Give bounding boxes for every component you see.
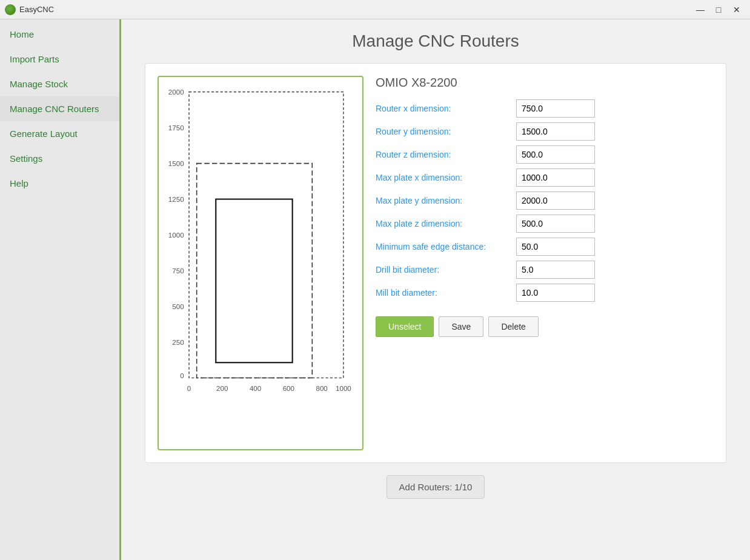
sidebar: Home Import Parts Manage Stock Manage CN… [0, 19, 121, 560]
sidebar-item-settings[interactable]: Settings [0, 146, 119, 171]
label-plate-y: Max plate y dimension: [376, 196, 509, 205]
svg-text:0: 0 [187, 385, 191, 392]
svg-text:800: 800 [316, 385, 327, 392]
input-drill-bit[interactable] [516, 261, 595, 279]
field-row-router-x: Router x dimension: [376, 99, 714, 118]
sidebar-item-generate-layout[interactable]: Generate Layout [0, 121, 119, 146]
label-router-z: Router z dimension: [376, 150, 509, 159]
label-plate-z: Max plate z dimension: [376, 219, 509, 228]
field-row-router-y: Router y dimension: [376, 122, 714, 141]
svg-text:500: 500 [172, 303, 184, 310]
field-row-router-z: Router z dimension: [376, 145, 714, 164]
add-routers-label: Add Routers: [399, 482, 453, 492]
label-router-y: Router y dimension: [376, 127, 509, 136]
title-bar: EasyCNC — □ ✕ [0, 0, 750, 19]
label-drill-bit: Drill bit diameter: [376, 265, 509, 275]
svg-rect-16 [197, 164, 313, 378]
title-bar-controls: — □ ✕ [692, 3, 745, 16]
svg-text:1000: 1000 [336, 385, 351, 392]
page-title: Manage CNC Routers [352, 32, 519, 51]
button-row: Unselect Save Delete [376, 316, 714, 337]
input-router-y[interactable] [516, 122, 595, 141]
label-plate-x: Max plate x dimension: [376, 173, 509, 182]
sidebar-item-manage-stock[interactable]: Manage Stock [0, 72, 119, 96]
minimize-button[interactable]: — [692, 3, 709, 16]
svg-rect-17 [216, 199, 292, 363]
label-safe-edge: Minimum safe edge distance: [376, 242, 509, 252]
add-routers-bar: Add Routers: 1/10 [387, 475, 485, 499]
field-row-plate-z: Max plate z dimension: [376, 215, 714, 233]
app-icon [5, 4, 16, 15]
svg-text:1500: 1500 [168, 160, 184, 167]
svg-text:1750: 1750 [168, 124, 184, 132]
svg-text:250: 250 [172, 339, 184, 346]
input-plate-z[interactable] [516, 215, 595, 233]
input-safe-edge[interactable] [516, 238, 595, 256]
field-row-plate-y: Max plate y dimension: [376, 192, 714, 210]
router-card: 2000 1750 1500 1250 1000 750 500 250 0 0… [145, 63, 726, 463]
svg-text:200: 200 [216, 385, 228, 392]
router-diagram: 2000 1750 1500 1250 1000 750 500 250 0 0… [158, 76, 363, 450]
unselect-button[interactable]: Unselect [376, 316, 434, 337]
svg-text:600: 600 [283, 385, 294, 392]
sidebar-item-manage-cnc-routers[interactable]: Manage CNC Routers [0, 96, 119, 121]
input-router-x[interactable] [516, 99, 595, 118]
svg-text:1000: 1000 [168, 232, 184, 239]
field-row-plate-x: Max plate x dimension: [376, 168, 714, 187]
svg-text:2000: 2000 [168, 88, 184, 96]
sidebar-item-home[interactable]: Home [0, 22, 119, 47]
save-button[interactable]: Save [439, 316, 483, 337]
delete-button[interactable]: Delete [488, 316, 538, 337]
svg-text:750: 750 [172, 267, 184, 275]
app-body: Home Import Parts Manage Stock Manage CN… [0, 19, 750, 560]
app-title: EasyCNC [19, 5, 54, 14]
field-row-drill-bit: Drill bit diameter: [376, 261, 714, 279]
diagram-svg: 2000 1750 1500 1250 1000 750 500 250 0 0… [165, 83, 356, 443]
label-router-x: Router x dimension: [376, 104, 509, 113]
close-button[interactable]: ✕ [728, 3, 745, 16]
input-plate-y[interactable] [516, 192, 595, 210]
svg-rect-15 [189, 92, 343, 378]
field-row-safe-edge: Minimum safe edge distance: [376, 238, 714, 256]
title-bar-left: EasyCNC [5, 4, 54, 15]
sidebar-item-import-parts[interactable]: Import Parts [0, 47, 119, 72]
svg-text:1250: 1250 [168, 196, 184, 203]
main-content: Manage CNC Routers 2000 1750 1500 1250 1… [121, 19, 750, 560]
svg-text:400: 400 [250, 385, 261, 392]
input-plate-x[interactable] [516, 168, 595, 187]
router-name: OMIO X8-2200 [376, 76, 714, 90]
label-mill-bit: Mill bit diameter: [376, 288, 509, 298]
field-row-mill-bit: Mill bit diameter: [376, 284, 714, 302]
sidebar-item-help[interactable]: Help [0, 171, 119, 196]
input-router-z[interactable] [516, 145, 595, 164]
svg-text:0: 0 [180, 372, 184, 379]
add-routers-value: 1/10 [454, 482, 472, 492]
input-mill-bit[interactable] [516, 284, 595, 302]
form-area: OMIO X8-2200 Router x dimension: Router … [376, 76, 714, 450]
maximize-button[interactable]: □ [710, 3, 727, 16]
